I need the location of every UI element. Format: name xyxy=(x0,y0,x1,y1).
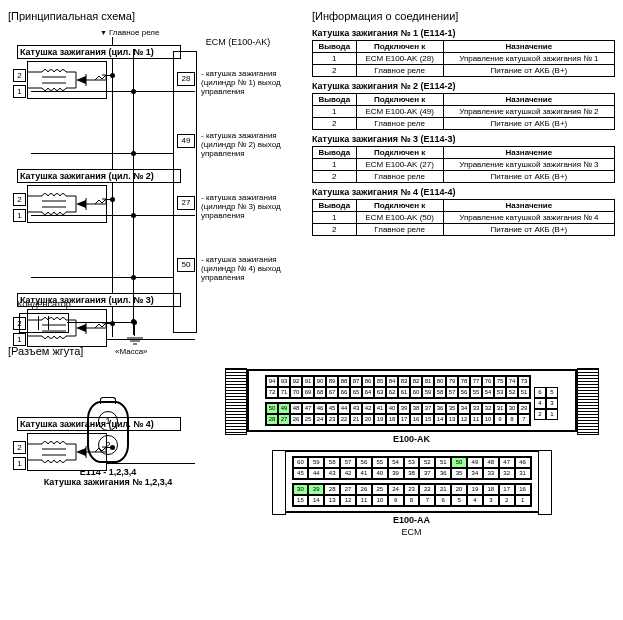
connector-pin-75: 75 xyxy=(494,376,506,387)
connector-pin-61: 61 xyxy=(398,387,410,398)
connector-pin-46: 46 xyxy=(314,403,326,414)
connector-pin-86: 86 xyxy=(362,376,374,387)
harness-connector-body: 1 2 xyxy=(87,401,129,463)
connector-pin-38: 38 xyxy=(410,403,422,414)
connector-pin-26: 26 xyxy=(290,414,302,425)
connector-pin-46: 46 xyxy=(515,457,531,468)
harness-pin-1: 1 xyxy=(98,411,118,431)
connector-pin-8: 8 xyxy=(506,414,518,425)
connector-pin-53: 53 xyxy=(404,457,420,468)
connector-pin-31: 31 xyxy=(515,468,531,479)
ecm-pin-50: 50 xyxy=(177,258,195,272)
connector-pin-5: 5 xyxy=(546,387,558,398)
connector-pin-19: 19 xyxy=(374,414,386,425)
coil-pin-1: 1 xyxy=(13,457,26,470)
connector-pin-74: 74 xyxy=(506,376,518,387)
connector-pin-41: 41 xyxy=(356,468,372,479)
connector-pin-90: 90 xyxy=(314,376,326,387)
connector-pin-19: 19 xyxy=(467,484,483,495)
ecm-title: ECM (E100-AK) xyxy=(173,37,303,47)
ecm-pin-desc: - катушка зажигания (цилиндр № 1) выход … xyxy=(201,69,301,96)
connection-info: [Информация о соединении] Катушка зажига… xyxy=(312,8,615,337)
connector-pin-48: 48 xyxy=(483,457,499,468)
connector-pin-84: 84 xyxy=(386,376,398,387)
connector-pin-42: 42 xyxy=(340,468,356,479)
coil-pin-1: 1 xyxy=(13,209,26,222)
connector-pin-49: 49 xyxy=(278,403,290,414)
harness-pin-2: 2 xyxy=(98,435,118,455)
connector-pin-18: 18 xyxy=(386,414,398,425)
conn-table-4: Вывода Подключен к Назначение1ECM E100-A… xyxy=(312,199,615,236)
ecm-pin-desc: - катушка зажигания (цилиндр № 2) выход … xyxy=(201,131,301,158)
connector-pin-11: 11 xyxy=(470,414,482,425)
connector-pin-5: 5 xyxy=(451,495,467,506)
connector-pin-20: 20 xyxy=(451,484,467,495)
connector-pin-26: 26 xyxy=(356,484,372,495)
connector-pin-15: 15 xyxy=(422,414,434,425)
connector-pin-53: 53 xyxy=(494,387,506,398)
connector-pin-54: 54 xyxy=(482,387,494,398)
col-pin: Вывода xyxy=(313,94,357,106)
connector-pin-51: 51 xyxy=(435,457,451,468)
connector-pin-37: 37 xyxy=(419,468,435,479)
wire-area xyxy=(113,37,173,337)
table-row: 2Главное релеПитание от АКБ (B+) xyxy=(313,118,615,130)
signal-wire xyxy=(31,277,173,278)
connector-pin-30: 30 xyxy=(293,484,309,495)
connector-pin-55: 55 xyxy=(372,457,388,468)
connector-pin-21: 21 xyxy=(350,414,362,425)
connector-pin-24: 24 xyxy=(314,414,326,425)
connector-pin-50: 50 xyxy=(451,457,467,468)
connector-pin-23: 23 xyxy=(326,414,338,425)
connector-pin-30: 30 xyxy=(506,403,518,414)
connector-pin-22: 22 xyxy=(338,414,350,425)
col-purpose: Назначение xyxy=(443,41,614,53)
connector-pin-4: 4 xyxy=(467,495,483,506)
col-to: Подключен к xyxy=(356,94,443,106)
connector-pin-21: 21 xyxy=(435,484,451,495)
connector-pin-52: 52 xyxy=(506,387,518,398)
connector-pin-27: 27 xyxy=(340,484,356,495)
connector-pin-68: 68 xyxy=(314,387,326,398)
conn-table-title: Катушка зажигания № 3 (E114-3) xyxy=(312,134,615,144)
connector-pin-45: 45 xyxy=(326,403,338,414)
connector-pin-20: 20 xyxy=(362,414,374,425)
connector-pin-1: 1 xyxy=(515,495,531,506)
connector-pin-13: 13 xyxy=(446,414,458,425)
connector-pin-36: 36 xyxy=(435,468,451,479)
connector-pin-65: 65 xyxy=(350,387,362,398)
connector-pin-71: 71 xyxy=(278,387,290,398)
coil-symbol xyxy=(27,185,107,223)
connector-pin-39: 39 xyxy=(398,403,410,414)
connector-pin-38: 38 xyxy=(404,468,420,479)
connector-pin-85: 85 xyxy=(374,376,386,387)
ecm-pin-desc: - катушка зажигания (цилиндр № 3) выход … xyxy=(201,193,301,220)
conn-table-title: Катушка зажигания № 4 (E114-4) xyxy=(312,187,615,197)
connector-pin-4: 4 xyxy=(534,398,546,409)
schematic-diagram: [Принципиальная схема] Главное реле Кату… xyxy=(8,8,308,337)
connector-pin-57: 57 xyxy=(446,387,458,398)
connector-pin-15: 15 xyxy=(293,495,309,506)
connector-pin-9: 9 xyxy=(388,495,404,506)
connector-pin-88: 88 xyxy=(338,376,350,387)
connector-pin-2: 2 xyxy=(499,495,515,506)
connector-pin-70: 70 xyxy=(290,387,302,398)
connector-pin-44: 44 xyxy=(338,403,350,414)
connector-pin-77: 77 xyxy=(470,376,482,387)
connector-pin-59: 59 xyxy=(422,387,434,398)
conn-table-title: Катушка зажигания № 1 (E114-1) xyxy=(312,28,615,38)
connector-pin-69: 69 xyxy=(302,387,314,398)
connector-pin-33: 33 xyxy=(483,468,499,479)
connector-pin-7: 7 xyxy=(518,414,530,425)
table-row: 2Главное релеПитание от АКБ (B+) xyxy=(313,171,615,183)
coil-pin-1: 1 xyxy=(13,333,26,346)
connector-pin-76: 76 xyxy=(482,376,494,387)
connector-pin-34: 34 xyxy=(467,468,483,479)
connector-pin-47: 47 xyxy=(302,403,314,414)
col-purpose: Назначение xyxy=(443,147,614,159)
connector-pin-56: 56 xyxy=(458,387,470,398)
col-pin: Вывода xyxy=(313,41,357,53)
connector-pin-37: 37 xyxy=(422,403,434,414)
connector-pin-11: 11 xyxy=(356,495,372,506)
connector-pin-47: 47 xyxy=(499,457,515,468)
